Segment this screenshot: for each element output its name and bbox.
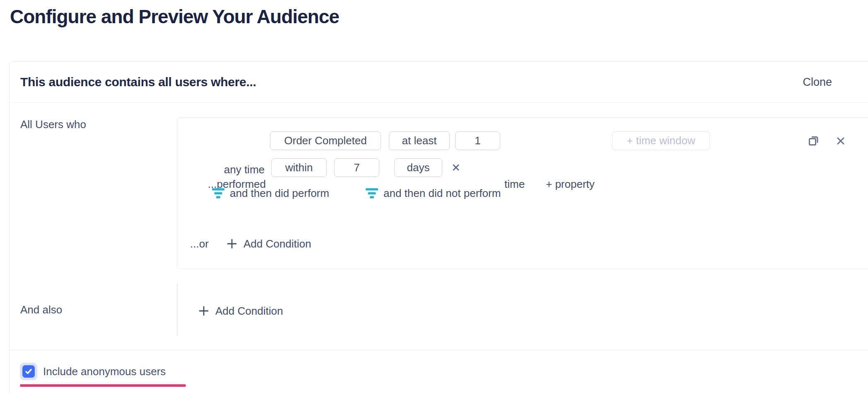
remove-time-window-icon[interactable]: [452, 163, 460, 172]
clone-button[interactable]: Clone: [803, 76, 832, 89]
event-select-button[interactable]: Order Completed: [270, 131, 381, 150]
add-property-button[interactable]: + property: [546, 177, 595, 191]
remove-condition-icon[interactable]: [836, 136, 846, 146]
all-users-label: All Users who: [20, 118, 86, 131]
operator-select-button[interactable]: at least: [389, 131, 450, 150]
then-did-not-perform-button[interactable]: and then did not perform: [366, 187, 501, 200]
checkmark-icon: [24, 367, 33, 376]
footer-divider: [10, 350, 868, 350]
include-anonymous-label: Include anonymous users: [43, 365, 166, 378]
add-condition-label: Add Condition: [215, 304, 283, 318]
include-anonymous-checkbox[interactable]: [20, 363, 37, 380]
add-condition-label: Add Condition: [244, 237, 311, 250]
window-operator-button[interactable]: within: [271, 158, 327, 177]
add-condition-or-button[interactable]: Add Condition: [227, 237, 311, 250]
time-label: time: [504, 177, 525, 191]
then-did-perform-label: and then did perform: [230, 187, 329, 200]
time-window-button[interactable]: + time window: [612, 131, 710, 150]
duplicate-condition-icon[interactable]: [808, 134, 820, 147]
and-also-divider: [177, 284, 178, 336]
annotation-underline: [20, 384, 186, 387]
and-also-label: And also: [20, 303, 62, 316]
add-condition-and-button[interactable]: Add Condition: [198, 304, 283, 318]
checkbox-checked-box: [22, 365, 35, 378]
card-title: This audience contains all users where..…: [20, 75, 256, 89]
then-did-not-perform-label: and then did not perform: [383, 187, 501, 200]
plus-icon: [198, 306, 209, 316]
any-time-label: any time: [177, 163, 265, 176]
or-label: ...or: [190, 237, 209, 250]
count-input[interactable]: [455, 131, 500, 150]
plus-icon: [227, 238, 237, 249]
page-title: Configure and Preview Your Audience: [10, 5, 339, 28]
window-unit-button[interactable]: days: [394, 158, 442, 177]
condition-panel: ...performed Order Completed at least ti…: [177, 117, 868, 269]
card-header: This audience contains all users where..…: [10, 62, 868, 103]
funnel-icon: [212, 188, 224, 199]
then-did-perform-button[interactable]: and then did perform: [212, 187, 329, 200]
audience-card: This audience contains all users where..…: [9, 61, 868, 393]
window-count-input[interactable]: [334, 158, 379, 177]
funnel-icon: [366, 188, 378, 199]
